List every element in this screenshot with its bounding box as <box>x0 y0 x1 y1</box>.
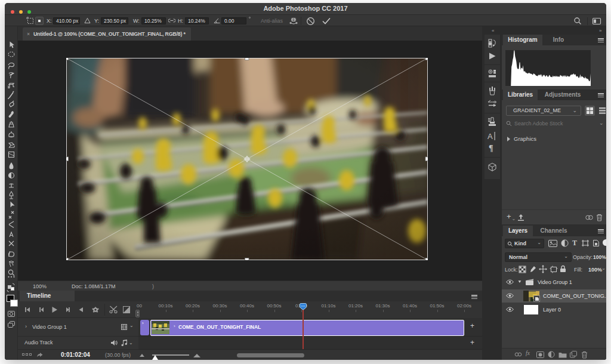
svg-text:¶: ¶ <box>489 144 493 153</box>
svg-text:A: A <box>487 132 493 141</box>
